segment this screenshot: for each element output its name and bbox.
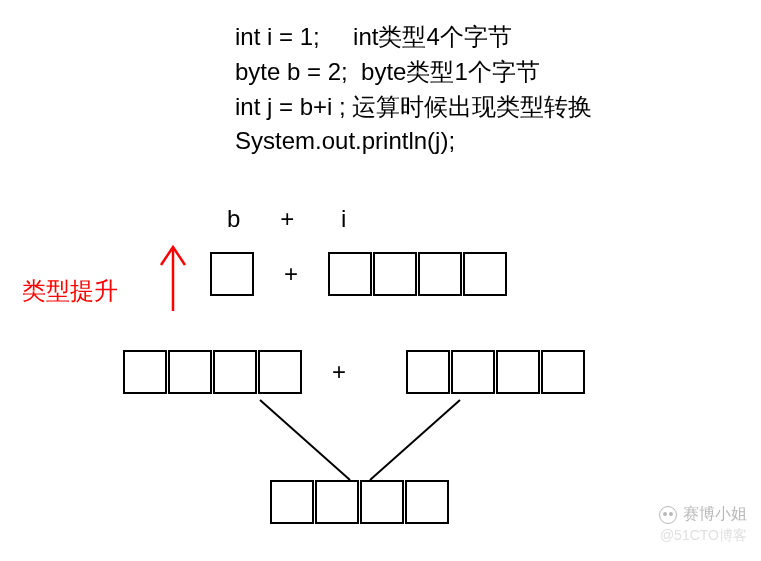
- plus-sign-row1: +: [274, 260, 308, 288]
- row-byte-plus-int: +: [210, 252, 507, 296]
- result-box: [360, 480, 404, 524]
- code-2-left: byte b = 2;: [235, 58, 348, 85]
- plus-sign-row2: +: [322, 358, 356, 386]
- byte-box: [210, 252, 254, 296]
- int-box: [463, 252, 507, 296]
- int-box: [373, 252, 417, 296]
- int-box: [496, 350, 540, 394]
- code-2-right: byte类型1个字节: [361, 58, 540, 85]
- promoted-box: [123, 350, 167, 394]
- arrow-up-icon: [155, 243, 191, 313]
- row-result: [270, 480, 449, 524]
- result-box: [270, 480, 314, 524]
- code-line-2: byte b = 2; byte类型1个字节: [235, 55, 592, 90]
- type-promotion-label: 类型提升: [22, 275, 118, 307]
- result-box: [405, 480, 449, 524]
- int-box: [328, 252, 372, 296]
- promoted-box: [213, 350, 257, 394]
- code-1-left: int i = 1;: [235, 23, 320, 50]
- code-3-left: int j = b+i ;: [235, 93, 346, 120]
- code-line-3: int j = b+i ; 运算时候出现类型转换: [235, 90, 592, 125]
- expression-labels: b + i: [227, 205, 346, 233]
- code-line-1: int i = 1; int类型4个字节: [235, 20, 592, 55]
- promoted-box: [258, 350, 302, 394]
- watermark-name: 赛博小姐: [683, 504, 747, 525]
- code-3-right: 运算时候出现类型转换: [352, 93, 592, 120]
- code-block: int i = 1; int类型4个字节 byte b = 2; byte类型1…: [235, 20, 592, 159]
- code-line-4: System.out.println(j);: [235, 124, 592, 159]
- code-1-right: int类型4个字节: [353, 23, 512, 50]
- svg-line-1: [260, 400, 350, 480]
- int-box: [406, 350, 450, 394]
- wechat-icon: [659, 506, 677, 524]
- int-box: [418, 252, 462, 296]
- result-box: [315, 480, 359, 524]
- svg-line-2: [370, 400, 460, 480]
- promoted-box: [168, 350, 212, 394]
- watermark-author: 赛博小姐: [659, 504, 747, 525]
- row-promoted-addition: +: [123, 350, 585, 394]
- watermark-source: @51CTO博客: [660, 527, 747, 545]
- int-box: [451, 350, 495, 394]
- int-box: [541, 350, 585, 394]
